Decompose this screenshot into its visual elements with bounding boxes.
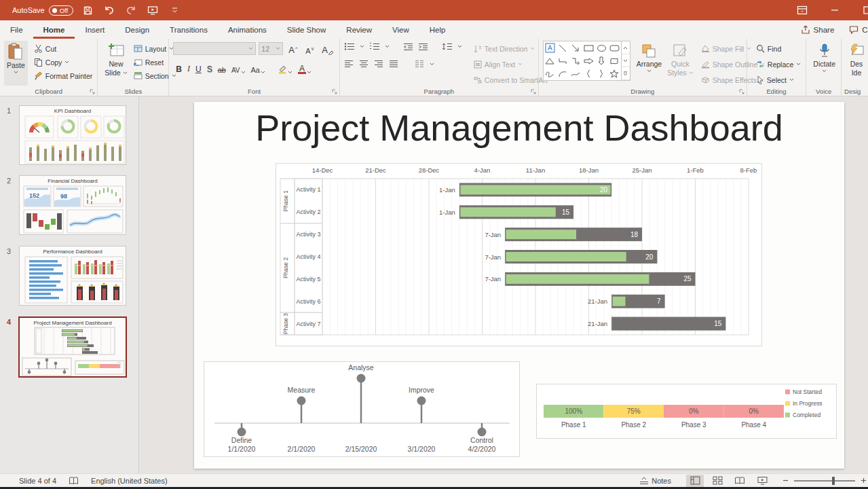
line-shape-icon[interactable] — [556, 41, 569, 54]
columns-icon[interactable] — [415, 60, 424, 68]
line-spacing-icon[interactable] — [442, 42, 453, 51]
tab-slide-show[interactable]: Slide Show — [277, 20, 337, 39]
reading-view-button[interactable] — [731, 475, 749, 487]
gallery-scroll-up-icon[interactable] — [622, 41, 630, 54]
ribbon-display-options-button[interactable] — [795, 3, 810, 18]
slide-canvas[interactable]: Project Management Dashboard 14-Dec21-De… — [139, 96, 868, 473]
paste-button[interactable]: Paste — [4, 41, 28, 86]
star-shape-icon[interactable] — [608, 67, 621, 80]
tab-animations[interactable]: Animations — [218, 20, 277, 39]
elbow-connector-icon[interactable] — [556, 54, 569, 67]
redo-button[interactable] — [124, 3, 138, 18]
arrange-button[interactable]: Arrange — [634, 41, 664, 86]
numbered-list-icon[interactable] — [369, 42, 380, 51]
highlight-color-button[interactable] — [275, 61, 295, 74]
decrease-indent-icon[interactable] — [403, 43, 413, 51]
flowchart-shape-icon[interactable] — [608, 54, 621, 67]
maximize-button[interactable] — [860, 3, 868, 18]
align-left-icon[interactable] — [344, 60, 354, 68]
arc-shape-icon[interactable] — [556, 67, 569, 80]
format-painter-button[interactable]: Format Painter — [32, 69, 94, 82]
phase-progress-chart[interactable]: 100%Phase 175%Phase 20%Phase 30%Phase 4N… — [536, 384, 837, 439]
slide-sorter-view-button[interactable] — [709, 475, 726, 487]
align-right-icon[interactable] — [374, 60, 383, 68]
share-button[interactable]: Share — [801, 25, 835, 35]
rectangle-shape-icon[interactable] — [582, 41, 595, 54]
rounded-rectangle-shape-icon[interactable] — [608, 41, 621, 54]
notes-button[interactable]: Notes — [639, 477, 671, 485]
character-spacing-button[interactable]: AV — [229, 61, 248, 74]
arrow-shape-icon[interactable] — [569, 41, 582, 54]
tab-review[interactable]: Review — [336, 20, 382, 39]
new-slide-button[interactable]: New Slide — [102, 41, 130, 86]
bullet-list-icon[interactable] — [344, 42, 355, 51]
down-arrow-shape-icon[interactable] — [595, 54, 608, 67]
select-button[interactable]: Select — [754, 73, 804, 86]
bold-button[interactable]: B — [173, 61, 185, 74]
text-box-shape-icon[interactable] — [544, 41, 556, 54]
spell-check-icon[interactable] — [69, 476, 79, 486]
right-brace-shape-icon[interactable] — [595, 67, 608, 80]
zoom-out-icon[interactable] — [782, 477, 789, 484]
save-button[interactable] — [80, 3, 95, 18]
dictate-button[interactable]: Dictate — [810, 41, 838, 86]
slide-indicator[interactable]: Slide 4 of 4 — [19, 477, 56, 485]
oval-shape-icon[interactable] — [595, 41, 608, 54]
cut-button[interactable]: Cut — [32, 42, 94, 55]
tab-view[interactable]: View — [382, 20, 419, 39]
increase-indent-icon[interactable] — [418, 43, 428, 51]
slide[interactable]: Project Management Dashboard 14-Dec21-De… — [194, 102, 844, 469]
zoom-in-icon[interactable] — [861, 477, 867, 484]
tab-transitions[interactable]: Transitions — [159, 20, 218, 39]
shapes-gallery-scrollbar[interactable] — [621, 41, 630, 80]
elbow-arrow-connector-icon[interactable] — [569, 54, 582, 67]
undo-button[interactable] — [102, 3, 117, 18]
italic-button[interactable]: I — [185, 61, 193, 74]
slideshow-view-button[interactable] — [753, 475, 771, 487]
tab-file[interactable]: File — [0, 20, 33, 39]
triangle-shape-icon[interactable] — [544, 54, 556, 67]
decrease-font-size-button[interactable]: Av — [303, 42, 316, 55]
change-case-button[interactable]: Aa — [248, 61, 268, 74]
increase-font-size-button[interactable]: A^ — [286, 42, 300, 55]
autosave-toggle[interactable]: AutoSave Off — [12, 5, 73, 16]
copy-button[interactable]: Copy — [32, 56, 94, 69]
curve-shape-icon[interactable] — [569, 67, 582, 80]
font-size-combo[interactable]: 12 — [259, 42, 283, 55]
tab-home[interactable]: Home — [33, 20, 75, 39]
shapes-gallery[interactable] — [543, 41, 630, 81]
slide-title[interactable]: Project Management Dashboard — [194, 107, 844, 149]
comments-button[interactable]: Co — [849, 25, 868, 35]
clipboard-dialog-launcher[interactable] — [90, 89, 95, 94]
tab-help[interactable]: Help — [419, 20, 456, 39]
gallery-more-icon[interactable] — [622, 67, 630, 80]
zoom-track[interactable] — [794, 480, 855, 482]
font-dialog-launcher[interactable] — [332, 89, 337, 94]
gantt-chart[interactable]: 14-Dec21-Dec28-Dec4-Jan11-Jan18-Jan25-Ja… — [276, 163, 762, 346]
paragraph-dialog-launcher[interactable] — [531, 89, 536, 94]
find-button[interactable]: Find — [754, 42, 804, 55]
minimize-button[interactable] — [827, 3, 842, 18]
design-ideas-button[interactable]: Des Ide — [846, 41, 867, 86]
tab-design[interactable]: Design — [115, 20, 159, 39]
drawing-dialog-launcher[interactable] — [739, 89, 744, 94]
normal-view-button[interactable] — [686, 475, 704, 487]
tab-insert[interactable]: Insert — [75, 20, 115, 39]
font-name-combo[interactable] — [173, 42, 256, 55]
customize-quick-access-button[interactable] — [167, 3, 182, 18]
text-shadow-button[interactable]: S — [204, 61, 215, 74]
quick-styles-button[interactable]: Quick Styles — [664, 41, 696, 86]
left-brace-shape-icon[interactable] — [582, 67, 595, 80]
zoom-handle[interactable] — [832, 477, 835, 485]
underline-button[interactable]: U — [193, 61, 204, 74]
clear-formatting-button[interactable]: A — [319, 42, 337, 55]
scribble-shape-icon[interactable] — [544, 67, 556, 80]
language-indicator[interactable]: English (United States) — [91, 477, 168, 485]
replace-button[interactable]: Replace — [754, 58, 804, 71]
right-arrow-shape-icon[interactable] — [582, 54, 595, 67]
strikethrough-button[interactable]: ab — [215, 61, 229, 74]
start-slideshow-button[interactable] — [145, 3, 160, 18]
gallery-scroll-down-icon[interactable] — [622, 54, 630, 67]
justify-icon[interactable] — [389, 60, 398, 68]
zoom-slider[interactable] — [782, 477, 867, 484]
